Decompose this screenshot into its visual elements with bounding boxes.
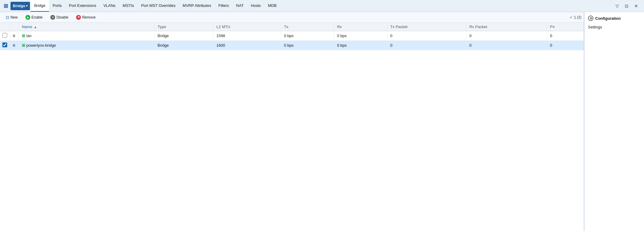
row-flag-cell: R bbox=[10, 41, 19, 50]
row-rx-cell: 0 bps bbox=[334, 41, 387, 50]
row-checkbox-cell bbox=[0, 31, 10, 41]
sidebar-title-label: Configuration bbox=[595, 16, 621, 21]
row-flag-cell: R bbox=[10, 31, 19, 41]
nav-tab-filters[interactable]: Filters bbox=[215, 0, 232, 12]
row-type-icon: ⊞ bbox=[22, 43, 25, 48]
row-f-cell: 0 bbox=[547, 41, 584, 50]
enable-icon: ▶ bbox=[25, 15, 30, 20]
col-name[interactable]: Name ▲ bbox=[19, 23, 155, 31]
table-body: R ⊞ lan Bridge 1598 0 bps 0 bps 0 0 0 R … bbox=[0, 31, 584, 50]
app-title-dropdown[interactable]: Bridge ▾ bbox=[10, 2, 30, 10]
remove-button[interactable]: ✕ Remove bbox=[73, 13, 99, 21]
nav-tab-mvrp-attributes[interactable]: MVRP Attributes bbox=[179, 0, 215, 12]
count-value: 1 (2) bbox=[574, 15, 581, 19]
row-checkbox[interactable] bbox=[2, 33, 7, 38]
col-l2mtu[interactable]: L2 MTU bbox=[213, 23, 281, 31]
row-rx-packet-cell: 0 bbox=[466, 31, 547, 41]
row-type-icon: ⊞ bbox=[22, 34, 25, 38]
nav-tab-bridge[interactable]: Bridge bbox=[31, 0, 49, 12]
app-logo-icon: ⊞ bbox=[4, 3, 8, 9]
row-name-cell: ⊞ lan bbox=[19, 31, 155, 41]
row-rx-packet-cell: 0 bbox=[466, 41, 547, 50]
row-tx-packet-cell: 0 bbox=[387, 41, 466, 50]
disable-label: Disable bbox=[56, 15, 68, 19]
top-navigation: ⊞ Bridge ▾ BridgePortsPort ExtensionsVLA… bbox=[0, 0, 644, 12]
app-icon-area: ⊞ bbox=[1, 0, 10, 12]
nav-tab-mdb[interactable]: MDB bbox=[264, 0, 280, 12]
nav-tab-port-extensions[interactable]: Port Extensions bbox=[65, 0, 100, 12]
row-checkbox-cell bbox=[0, 41, 10, 50]
row-name: ⊞ lan bbox=[22, 34, 151, 38]
bridge-table: Name ▲ Type L2 MTU Tx Rx Tx Packet Rx Pa… bbox=[0, 23, 584, 50]
table-row[interactable]: R ⊞ powerlynx-bridge Bridge 1600 0 bps 0… bbox=[0, 41, 584, 50]
gear-icon: ⚙ bbox=[588, 16, 593, 21]
table-row[interactable]: R ⊞ lan Bridge 1598 0 bps 0 bps 0 0 0 bbox=[0, 31, 584, 41]
col-rx[interactable]: Rx bbox=[334, 23, 387, 31]
new-button[interactable]: ⊡ New bbox=[2, 13, 21, 21]
content-area: ⊡ New ▶ Enable ⏸ Disable ✕ Remove ✓ 1 (2… bbox=[0, 12, 584, 231]
close-icon[interactable]: ✕ bbox=[632, 2, 640, 10]
disable-button[interactable]: ⏸ Disable bbox=[47, 13, 72, 21]
nav-tabs: BridgePortsPort ExtensionsVLANsMSTIsPort… bbox=[31, 0, 280, 12]
row-tx-cell: 0 bps bbox=[281, 41, 334, 50]
enable-button[interactable]: ▶ Enable bbox=[22, 13, 46, 21]
col-type[interactable]: Type bbox=[155, 23, 214, 31]
remove-icon: ✕ bbox=[76, 15, 81, 20]
row-name: ⊞ powerlynx-bridge bbox=[22, 43, 151, 48]
row-type-cell: Bridge bbox=[155, 41, 214, 50]
filter-icon[interactable]: ▽ bbox=[613, 2, 621, 10]
col-check bbox=[0, 23, 10, 31]
table-header: Name ▲ Type L2 MTU Tx Rx Tx Packet Rx Pa… bbox=[0, 23, 584, 31]
col-tx-packet[interactable]: Tx Packet bbox=[387, 23, 466, 31]
col-rx-packet[interactable]: Rx Packet bbox=[466, 23, 547, 31]
toolbar: ⊡ New ▶ Enable ⏸ Disable ✕ Remove ✓ 1 (2… bbox=[0, 12, 584, 23]
table-wrapper[interactable]: Name ▲ Type L2 MTU Tx Rx Tx Packet Rx Pa… bbox=[0, 23, 584, 231]
nav-tab-vlans[interactable]: VLANs bbox=[100, 0, 119, 12]
nav-tab-ports[interactable]: Ports bbox=[49, 0, 65, 12]
col-flag bbox=[10, 23, 19, 31]
sidebar-link-settings[interactable]: Settings bbox=[588, 24, 640, 30]
row-count: ✓ 1 (2) bbox=[570, 15, 581, 19]
row-flag: R bbox=[13, 34, 15, 38]
row-l2mtu-cell: 1600 bbox=[213, 41, 281, 50]
nav-tab-mstis[interactable]: MSTIs bbox=[119, 0, 138, 12]
row-name-cell: ⊞ powerlynx-bridge bbox=[19, 41, 155, 50]
nav-tab-hosts[interactable]: Hosts bbox=[247, 0, 264, 12]
row-rx-cell: 0 bps bbox=[334, 31, 387, 41]
sidebar-links: Settings bbox=[588, 24, 640, 30]
nav-tab-nat[interactable]: NAT bbox=[232, 0, 247, 12]
disable-icon: ⏸ bbox=[50, 15, 55, 20]
col-tx[interactable]: Tx bbox=[281, 23, 334, 31]
col-f[interactable]: F≡ bbox=[547, 23, 584, 31]
row-flag: R bbox=[13, 44, 15, 47]
row-tx-packet-cell: 0 bbox=[387, 31, 466, 41]
nav-tab-port-mst-overrides[interactable]: Port MST Overrides bbox=[137, 0, 179, 12]
new-label: New bbox=[10, 15, 18, 19]
new-icon: ⊡ bbox=[6, 15, 9, 20]
row-l2mtu-cell: 1598 bbox=[213, 31, 281, 41]
row-tx-cell: 0 bps bbox=[281, 31, 334, 41]
sidebar-section-title: ⚙ Configuration bbox=[588, 16, 640, 21]
row-type-cell: Bridge bbox=[155, 31, 214, 41]
row-checkbox[interactable] bbox=[2, 42, 7, 47]
main-area: ⊡ New ▶ Enable ⏸ Disable ✕ Remove ✓ 1 (2… bbox=[0, 12, 644, 231]
restore-icon[interactable]: ⊡ bbox=[622, 2, 631, 10]
app-title-label: Bridge bbox=[13, 4, 25, 8]
right-sidebar: ⚙ Configuration Settings bbox=[584, 12, 644, 231]
row-f-cell: 0 bbox=[547, 31, 584, 41]
remove-label: Remove bbox=[82, 15, 96, 19]
count-check: ✓ bbox=[570, 15, 573, 19]
chevron-down-icon: ▾ bbox=[26, 4, 28, 7]
enable-label: Enable bbox=[31, 15, 43, 19]
nav-right-icons: ▽ ⊡ ✕ bbox=[613, 2, 643, 10]
